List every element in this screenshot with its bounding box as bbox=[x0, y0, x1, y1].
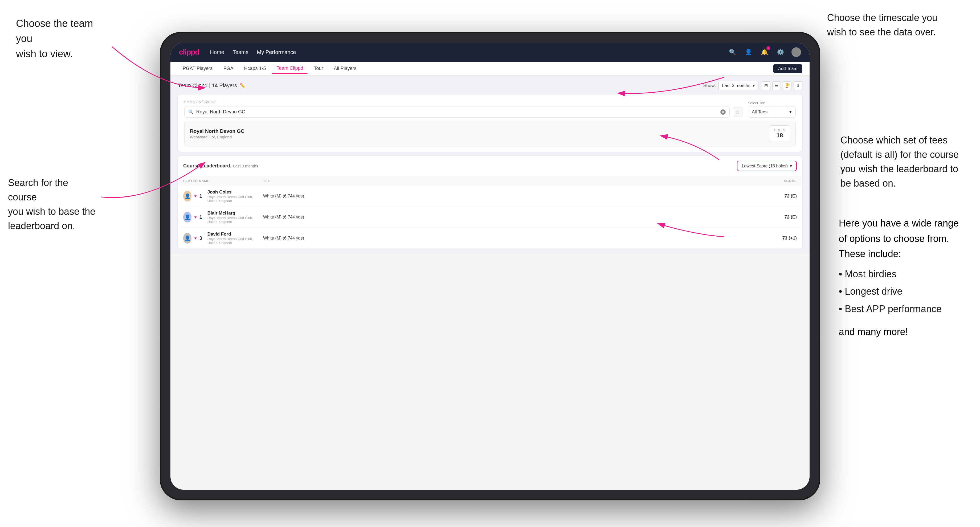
tee-dropdown[interactable]: All Tees ▾ bbox=[748, 106, 796, 117]
subnav-tour[interactable]: Tour bbox=[309, 63, 328, 73]
course-result-row[interactable]: Royal North Devon GC Westward Ho!, Engla… bbox=[184, 121, 796, 146]
table-row: 👤 ♥ 3 David Ford Royal North Devon Golf … bbox=[178, 227, 802, 249]
table-header-row: PLAYER NAME TEE SCORE bbox=[178, 176, 802, 186]
search-icon: 🔍 bbox=[188, 110, 194, 114]
player-tee-3: White (M) (6,744 yds) bbox=[263, 236, 706, 241]
nav-home[interactable]: Home bbox=[210, 49, 224, 56]
annotation-right-mid: Choose which set of tees (default is all… bbox=[840, 133, 959, 190]
col-header-player: PLAYER NAME bbox=[183, 179, 263, 183]
holes-label: Holes bbox=[774, 128, 785, 132]
heart-icon-2[interactable]: ♥ bbox=[194, 215, 197, 220]
add-team-button[interactable]: Add Team bbox=[773, 64, 802, 73]
player-club-1: Royal North Devon Golf Club, United King… bbox=[207, 195, 263, 203]
col-header-tee: TEE bbox=[263, 179, 706, 183]
team-title: Team Clippd | 14 Players bbox=[178, 83, 237, 89]
nav-my-performance[interactable]: My Performance bbox=[257, 49, 296, 56]
subnav-hcaps[interactable]: Hcaps 1-5 bbox=[239, 63, 270, 73]
tee-select-label: Select Tee bbox=[748, 101, 796, 105]
leaderboard-subtitle: Last 3 months bbox=[233, 163, 258, 168]
annotation-right-bottom: Here you have a wide range of options to… bbox=[839, 216, 959, 339]
leaderboard-card: Course Leaderboard, Last 3 months Lowest… bbox=[178, 156, 802, 249]
people-icon[interactable]: 👤 bbox=[743, 48, 753, 57]
course-search-input-wrapper[interactable]: 🔍 Royal North Devon GC ✕ bbox=[184, 106, 730, 117]
rank-2: 1 bbox=[199, 214, 205, 220]
notification-badge bbox=[767, 46, 770, 50]
app-logo: clippd bbox=[179, 48, 199, 56]
player-count: 14 Players bbox=[212, 83, 237, 88]
grid-view-icon[interactable]: ⊞ bbox=[762, 81, 770, 90]
subnav-all-players[interactable]: All Players bbox=[329, 63, 361, 73]
player-score-2: 72 (E) bbox=[759, 214, 797, 220]
holes-badge: Holes 18 bbox=[769, 125, 790, 142]
subnav-pgat[interactable]: PGAT Players bbox=[178, 63, 217, 73]
search-clear-button[interactable]: ✕ bbox=[720, 110, 725, 115]
tablet-screen: clippd Home Teams My Performance 🔍 👤 🔔 ⚙… bbox=[170, 43, 810, 490]
favorite-star-button[interactable]: ☆ bbox=[733, 107, 743, 117]
course-result-info: Royal North Devon GC Westward Ho!, Engla… bbox=[190, 128, 245, 139]
sub-nav-bar: PGAT Players PGA Hcaps 1-5 Team Clippd T… bbox=[170, 62, 810, 76]
col-header-score: SCORE bbox=[759, 179, 797, 183]
player-avatar-2: 👤 bbox=[183, 212, 191, 222]
rank-1: 1 bbox=[199, 194, 205, 199]
search-nav-icon[interactable]: 🔍 bbox=[727, 48, 737, 57]
player-tee-2: White (M) (6,744 yds) bbox=[263, 215, 706, 220]
settings-icon[interactable]: ⚙️ bbox=[775, 48, 785, 57]
annotation-left-mid: Search for the course you wish to base t… bbox=[8, 176, 99, 233]
course-search-card: Find a Golf Course 🔍 Royal North Devon G… bbox=[178, 94, 802, 152]
heart-icon-1[interactable]: ♥ bbox=[194, 194, 197, 198]
leaderboard-title: Course Leaderboard, bbox=[183, 163, 231, 169]
player-name-2: Blair McHarg bbox=[207, 211, 263, 216]
annotation-top-left: Choose the team you wish to view. bbox=[16, 16, 101, 62]
show-timescale-dropdown[interactable]: Last 3 months ▾ bbox=[719, 81, 759, 90]
player-col-3: 👤 ♥ 3 David Ford Royal North Devon Golf … bbox=[183, 232, 263, 245]
nav-links: Home Teams My Performance bbox=[210, 49, 717, 56]
holes-count: 18 bbox=[774, 132, 785, 139]
avatar-icon[interactable] bbox=[791, 48, 801, 57]
tee-chevron-icon: ▾ bbox=[789, 109, 792, 115]
course-search-row: 🔍 Royal North Devon GC ✕ ☆ bbox=[184, 106, 743, 117]
find-course-label: Find a Golf Course bbox=[184, 100, 743, 104]
bullet-drive: Longest drive bbox=[839, 283, 959, 300]
tee-section: Select Tee All Tees ▾ bbox=[748, 101, 796, 117]
download-icon[interactable]: ⬇ bbox=[794, 81, 802, 90]
bullet-birdies: Most birdies bbox=[839, 265, 959, 283]
player-name-3: David Ford bbox=[207, 232, 263, 237]
nav-teams[interactable]: Teams bbox=[233, 49, 248, 56]
bullet-app: Best APP performance bbox=[839, 300, 959, 318]
nav-icons: 🔍 👤 🔔 ⚙️ bbox=[727, 48, 801, 57]
player-score-3: 73 (+1) bbox=[759, 236, 797, 241]
list-view-icon[interactable]: ☰ bbox=[772, 81, 781, 90]
course-result-name: Royal North Devon GC bbox=[190, 128, 245, 134]
leaderboard-table: PLAYER NAME TEE SCORE 👤 ♥ 1 Josh Coles bbox=[178, 176, 802, 249]
dropdown-chevron-icon: ▾ bbox=[752, 83, 755, 88]
table-row: 👤 ♥ 1 Blair McHarg Royal North Devon Gol… bbox=[178, 206, 802, 227]
tablet-frame: clippd Home Teams My Performance 🔍 👤 🔔 ⚙… bbox=[160, 32, 820, 500]
player-club-3: Royal North Devon Golf Club, United King… bbox=[207, 237, 263, 245]
rank-3: 3 bbox=[199, 236, 205, 241]
score-dropdown-chevron: ▾ bbox=[790, 163, 792, 168]
score-type-dropdown[interactable]: Lowest Score (18 holes) ▾ bbox=[737, 161, 797, 171]
player-score-1: 72 (E) bbox=[759, 194, 797, 199]
team-header: Team Clippd | 14 Players ✏️ Show: Last 3… bbox=[178, 81, 802, 90]
player-col-1: 👤 ♥ 1 Josh Coles Royal North Devon Golf … bbox=[183, 189, 263, 203]
player-name-1: Josh Coles bbox=[207, 189, 263, 195]
player-tee-1: White (M) (6,744 yds) bbox=[263, 194, 706, 198]
user-avatar[interactable] bbox=[791, 48, 801, 57]
top-nav-bar: clippd Home Teams My Performance 🔍 👤 🔔 ⚙… bbox=[170, 43, 810, 62]
heart-icon-3[interactable]: ♥ bbox=[194, 236, 197, 241]
player-col-2: 👤 ♥ 1 Blair McHarg Royal North Devon Gol… bbox=[183, 211, 263, 224]
leaderboard-header: Course Leaderboard, Last 3 months Lowest… bbox=[178, 156, 802, 176]
table-row: 👤 ♥ 1 Josh Coles Royal North Devon Golf … bbox=[178, 186, 802, 206]
player-avatar-1: 👤 bbox=[183, 191, 191, 202]
show-label: Show: bbox=[703, 83, 716, 88]
annotation-top-right: Choose the timescale you wish to see the… bbox=[827, 11, 937, 40]
subnav-pga[interactable]: PGA bbox=[218, 63, 238, 73]
subnav-team-clippd[interactable]: Team Clippd bbox=[272, 63, 308, 74]
course-result-location: Westward Ho!, England bbox=[190, 135, 245, 139]
view-icons-group: ⊞ ☰ 🏆 ⬇ bbox=[762, 81, 802, 90]
course-search-value: Royal North Devon GC bbox=[196, 109, 718, 115]
player-club-2: Royal North Devon Golf Club, United King… bbox=[207, 216, 263, 224]
trophy-icon[interactable]: 🏆 bbox=[783, 81, 791, 90]
bell-icon[interactable]: 🔔 bbox=[759, 48, 769, 57]
edit-team-icon[interactable]: ✏️ bbox=[240, 83, 245, 89]
